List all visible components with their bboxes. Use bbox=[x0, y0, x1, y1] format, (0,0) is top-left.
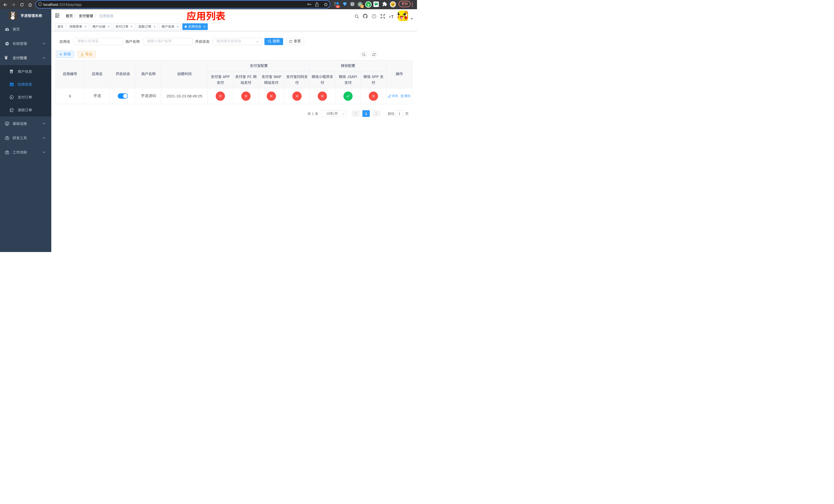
svg-text:10: 10 bbox=[336, 5, 339, 8]
svg-text:y: y bbox=[368, 3, 370, 7]
svg-text:1: 1 bbox=[361, 5, 363, 8]
